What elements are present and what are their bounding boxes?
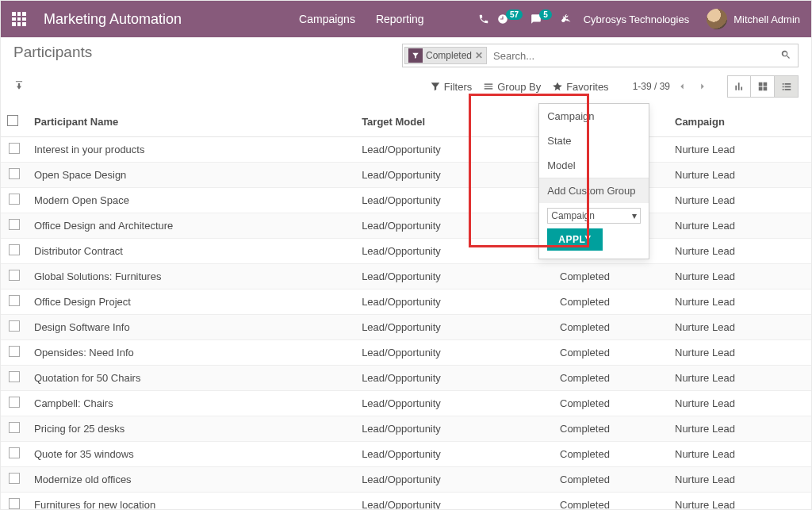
groupby-apply-button[interactable]: APPLY <box>547 228 602 251</box>
cell-campaign: Nurture Lead <box>668 340 811 366</box>
cell-campaign: Nurture Lead <box>668 366 811 391</box>
table-row[interactable]: Interest in your productsLead/Opportunit… <box>1 137 811 163</box>
select-all-checkbox[interactable] <box>7 115 18 126</box>
cell-name: Office Design Project <box>28 290 355 315</box>
participants-table: Participant Name Target Model Status Cam… <box>1 107 811 509</box>
cell-status: Completed <box>553 391 668 416</box>
filters-button[interactable]: Filters <box>430 81 472 93</box>
cell-campaign: Nurture Lead <box>668 163 811 188</box>
activities-icon[interactable]: 57 <box>497 13 523 25</box>
row-checkbox[interactable] <box>9 270 20 281</box>
grid-icon <box>757 81 768 92</box>
cell-name: Distributor Contract <box>28 239 355 264</box>
group-by-button[interactable]: Group By CampaignStateModelAdd Custom Gr… <box>483 81 541 93</box>
user-menu[interactable]: Mitchell Admin <box>702 9 805 29</box>
groupby-option[interactable]: Campaign <box>539 104 649 128</box>
cell-target: Lead/Opportunity <box>355 188 553 213</box>
cell-target: Lead/Opportunity <box>355 416 553 442</box>
table-row[interactable]: Distributor ContractLead/OpportunityComp… <box>1 239 811 264</box>
table-row[interactable]: Quotation for 50 ChairsLead/OpportunityC… <box>1 366 811 391</box>
download-icon[interactable] <box>13 80 25 94</box>
cell-campaign: Nurture Lead <box>668 416 811 442</box>
table-row[interactable]: Modern Open SpaceLead/OpportunityComplet… <box>1 188 811 213</box>
top-navbar: Marketing Automation Campaigns Reporting… <box>1 1 811 37</box>
avatar-icon <box>707 9 727 29</box>
table-row[interactable]: Modernize old officesLead/OpportunityCom… <box>1 467 811 493</box>
search-bar[interactable]: Completed ✕ <box>402 44 799 67</box>
cell-name: Modernize old offices <box>28 467 355 493</box>
chip-remove[interactable]: ✕ <box>475 50 483 61</box>
cell-status: Completed <box>553 290 668 315</box>
row-checkbox[interactable] <box>9 371 20 382</box>
row-checkbox[interactable] <box>9 397 20 408</box>
table-row[interactable]: Furnitures for new locationLead/Opportun… <box>1 493 811 510</box>
pager-text[interactable]: 1-39 / 39 <box>633 81 670 92</box>
cell-campaign: Nurture Lead <box>668 137 811 163</box>
messages-icon[interactable]: 5 <box>530 13 552 25</box>
company-selector[interactable]: Cybrosys Technologies <box>579 13 694 25</box>
tools-icon[interactable] <box>560 13 571 25</box>
row-checkbox[interactable] <box>9 168 20 179</box>
table-row[interactable]: Office Design and ArchitectureLead/Oppor… <box>1 213 811 239</box>
cell-status: Completed <box>553 340 668 366</box>
search-input[interactable] <box>488 50 774 62</box>
cell-target: Lead/Opportunity <box>355 340 553 366</box>
row-checkbox[interactable] <box>9 143 20 154</box>
table-row[interactable]: Pricing for 25 desksLead/OpportunityComp… <box>1 416 811 442</box>
row-checkbox[interactable] <box>9 473 20 484</box>
phone-icon[interactable] <box>478 13 489 25</box>
cell-campaign: Nurture Lead <box>668 213 811 239</box>
favorites-label: Favorites <box>566 81 608 93</box>
view-kanban[interactable] <box>751 75 775 98</box>
star-icon <box>552 81 563 92</box>
groupby-option[interactable]: State <box>539 128 649 153</box>
row-checkbox[interactable] <box>9 320 20 332</box>
cell-status: Completed <box>553 416 668 442</box>
cell-name: Campbell: Chairs <box>28 391 355 416</box>
nav-reporting[interactable]: Reporting <box>368 8 432 30</box>
row-checkbox[interactable] <box>9 244 20 255</box>
cell-target: Lead/Opportunity <box>355 163 553 188</box>
chevron-left-icon <box>676 81 688 92</box>
chip-label: Completed <box>426 50 472 61</box>
table-row[interactable]: Campbell: ChairsLead/OpportunityComplete… <box>1 391 811 416</box>
row-checkbox[interactable] <box>9 219 20 230</box>
table-row[interactable]: Quote for 35 windowsLead/OpportunityComp… <box>1 442 811 467</box>
apps-menu-button[interactable] <box>1 1 37 37</box>
row-checkbox[interactable] <box>9 346 20 357</box>
cell-target: Lead/Opportunity <box>355 493 553 510</box>
row-checkbox[interactable] <box>9 447 20 458</box>
col-header-target[interactable]: Target Model <box>355 107 553 137</box>
groupby-custom-select[interactable]: Campaign▾ <box>547 208 641 224</box>
caret-down-icon: ▾ <box>632 210 637 221</box>
row-checkbox[interactable] <box>9 422 20 433</box>
view-list[interactable] <box>775 75 799 98</box>
activities-badge: 57 <box>506 10 523 20</box>
favorites-button[interactable]: Favorites <box>552 81 608 93</box>
table-row[interactable]: Open Space DesignLead/OpportunityComplet… <box>1 163 811 188</box>
view-graph[interactable] <box>727 75 751 98</box>
row-checkbox[interactable] <box>9 295 20 306</box>
cell-name: Pricing for 25 desks <box>28 416 355 442</box>
table-row[interactable]: Office Design ProjectLead/OpportunityCom… <box>1 290 811 315</box>
filters-label: Filters <box>444 81 472 93</box>
row-checkbox[interactable] <box>9 498 20 509</box>
app-brand[interactable]: Marketing Automation <box>37 11 196 28</box>
nav-campaigns[interactable]: Campaigns <box>291 8 363 30</box>
col-header-name[interactable]: Participant Name <box>28 107 355 137</box>
table-row[interactable]: Opensides: Need InfoLead/OpportunityComp… <box>1 340 811 366</box>
cell-campaign: Nurture Lead <box>668 290 811 315</box>
messages-badge: 5 <box>539 10 552 20</box>
participants-table-wrap[interactable]: Participant Name Target Model Status Cam… <box>1 107 811 509</box>
row-checkbox[interactable] <box>9 194 20 205</box>
col-header-campaign[interactable]: Campaign <box>668 107 811 137</box>
groupby-option[interactable]: Model <box>539 153 649 178</box>
table-row[interactable]: Global Solutions: FurnituresLead/Opportu… <box>1 264 811 290</box>
cell-campaign: Nurture Lead <box>668 493 811 510</box>
table-row[interactable]: Design Software InfoLead/OpportunityComp… <box>1 315 811 340</box>
search-chip-completed[interactable]: Completed ✕ <box>404 47 487 64</box>
pager-next[interactable] <box>694 78 711 95</box>
search-submit[interactable] <box>774 49 798 63</box>
cell-name: Global Solutions: Furnitures <box>28 264 355 290</box>
pager-prev[interactable] <box>673 78 691 95</box>
